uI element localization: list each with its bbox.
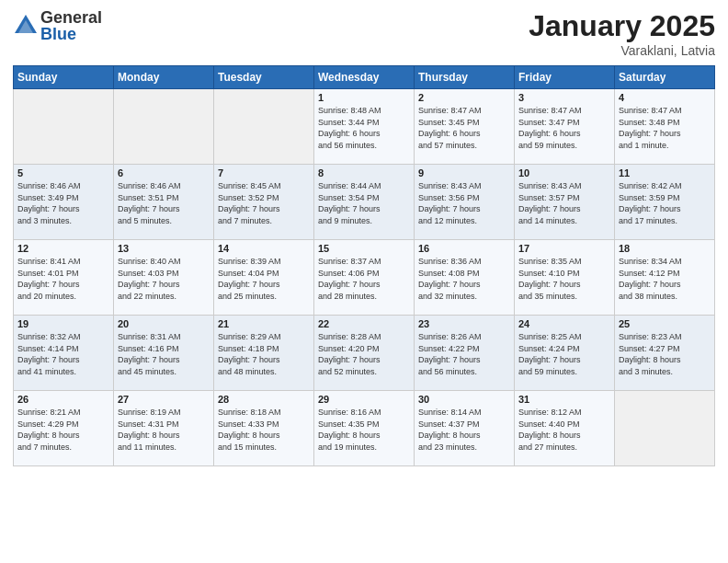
- calendar-cell: 31Sunrise: 8:12 AM Sunset: 4:40 PM Dayli…: [515, 391, 615, 466]
- day-number: 24: [518, 318, 610, 329]
- calendar-cell: 28Sunrise: 8:18 AM Sunset: 4:33 PM Dayli…: [214, 391, 314, 466]
- calendar-cell: 12Sunrise: 8:41 AM Sunset: 4:01 PM Dayli…: [14, 240, 114, 316]
- day-number: 4: [619, 92, 711, 103]
- calendar-cell: 3Sunrise: 8:47 AM Sunset: 3:47 PM Daylig…: [515, 89, 615, 165]
- day-info: Sunrise: 8:37 AM Sunset: 4:06 PM Dayligh…: [318, 256, 410, 302]
- calendar-cell: 13Sunrise: 8:40 AM Sunset: 4:03 PM Dayli…: [114, 240, 214, 316]
- calendar-cell: 20Sunrise: 8:31 AM Sunset: 4:16 PM Dayli…: [114, 316, 214, 391]
- weekday-header: Tuesday: [214, 66, 314, 89]
- day-info: Sunrise: 8:46 AM Sunset: 3:49 PM Dayligh…: [17, 180, 109, 226]
- day-number: 3: [518, 92, 610, 103]
- calendar-cell: 4Sunrise: 8:47 AM Sunset: 3:48 PM Daylig…: [615, 89, 715, 165]
- weekday-header: Saturday: [615, 66, 715, 89]
- day-number: 29: [318, 394, 410, 405]
- calendar-cell: 14Sunrise: 8:39 AM Sunset: 4:04 PM Dayli…: [214, 240, 314, 316]
- logo-icon: [13, 13, 39, 39]
- calendar-cell: 1Sunrise: 8:48 AM Sunset: 3:44 PM Daylig…: [314, 89, 415, 165]
- day-info: Sunrise: 8:35 AM Sunset: 4:10 PM Dayligh…: [518, 256, 610, 302]
- day-info: Sunrise: 8:18 AM Sunset: 4:33 PM Dayligh…: [218, 407, 310, 453]
- day-info: Sunrise: 8:47 AM Sunset: 3:48 PM Dayligh…: [619, 105, 711, 151]
- day-number: 7: [218, 167, 310, 178]
- calendar-cell: 17Sunrise: 8:35 AM Sunset: 4:10 PM Dayli…: [515, 240, 615, 316]
- day-number: 23: [418, 318, 510, 329]
- calendar-cell: 21Sunrise: 8:29 AM Sunset: 4:18 PM Dayli…: [214, 316, 314, 391]
- calendar-cell: 5Sunrise: 8:46 AM Sunset: 3:49 PM Daylig…: [14, 165, 114, 240]
- day-number: 12: [17, 243, 109, 254]
- day-info: Sunrise: 8:21 AM Sunset: 4:29 PM Dayligh…: [17, 407, 109, 453]
- day-number: 31: [518, 394, 610, 405]
- logo-text: General Blue: [40, 9, 102, 42]
- calendar-cell: [615, 391, 715, 466]
- day-number: 2: [418, 92, 510, 103]
- day-number: 16: [418, 243, 510, 254]
- calendar-cell: 25Sunrise: 8:23 AM Sunset: 4:27 PM Dayli…: [615, 316, 715, 391]
- title-block: January 2025 Varaklani, Latvia: [529, 9, 715, 58]
- day-info: Sunrise: 8:41 AM Sunset: 4:01 PM Dayligh…: [17, 256, 109, 302]
- calendar-cell: 22Sunrise: 8:28 AM Sunset: 4:20 PM Dayli…: [314, 316, 415, 391]
- weekday-header: Thursday: [415, 66, 515, 89]
- day-info: Sunrise: 8:46 AM Sunset: 3:51 PM Dayligh…: [118, 180, 210, 226]
- day-number: 20: [118, 318, 210, 329]
- day-number: 30: [418, 394, 510, 405]
- day-info: Sunrise: 8:16 AM Sunset: 4:35 PM Dayligh…: [318, 407, 410, 453]
- day-number: 25: [619, 318, 711, 329]
- calendar-week-row: 5Sunrise: 8:46 AM Sunset: 3:49 PM Daylig…: [14, 165, 715, 240]
- day-info: Sunrise: 8:39 AM Sunset: 4:04 PM Dayligh…: [218, 256, 310, 302]
- calendar-title: January 2025: [529, 9, 715, 43]
- calendar-cell: 7Sunrise: 8:45 AM Sunset: 3:52 PM Daylig…: [214, 165, 314, 240]
- day-info: Sunrise: 8:23 AM Sunset: 4:27 PM Dayligh…: [619, 331, 711, 377]
- day-info: Sunrise: 8:42 AM Sunset: 3:59 PM Dayligh…: [619, 180, 711, 226]
- calendar-cell: 24Sunrise: 8:25 AM Sunset: 4:24 PM Dayli…: [515, 316, 615, 391]
- calendar-cell: 11Sunrise: 8:42 AM Sunset: 3:59 PM Dayli…: [615, 165, 715, 240]
- calendar-week-row: 26Sunrise: 8:21 AM Sunset: 4:29 PM Dayli…: [14, 391, 715, 466]
- header-row: SundayMondayTuesdayWednesdayThursdayFrid…: [14, 66, 715, 89]
- calendar-cell: 19Sunrise: 8:32 AM Sunset: 4:14 PM Dayli…: [14, 316, 114, 391]
- day-number: 10: [518, 167, 610, 178]
- calendar-cell: [14, 89, 114, 165]
- day-info: Sunrise: 8:43 AM Sunset: 3:56 PM Dayligh…: [418, 180, 510, 226]
- day-info: Sunrise: 8:12 AM Sunset: 4:40 PM Dayligh…: [518, 407, 610, 453]
- day-info: Sunrise: 8:19 AM Sunset: 4:31 PM Dayligh…: [118, 407, 210, 453]
- day-number: 19: [17, 318, 109, 329]
- day-number: 13: [118, 243, 210, 254]
- day-number: 17: [518, 243, 610, 254]
- day-info: Sunrise: 8:25 AM Sunset: 4:24 PM Dayligh…: [518, 331, 610, 377]
- calendar-cell: 16Sunrise: 8:36 AM Sunset: 4:08 PM Dayli…: [415, 240, 515, 316]
- day-info: Sunrise: 8:48 AM Sunset: 3:44 PM Dayligh…: [318, 105, 410, 151]
- logo: General Blue: [13, 9, 102, 42]
- day-info: Sunrise: 8:34 AM Sunset: 4:12 PM Dayligh…: [619, 256, 711, 302]
- calendar-cell: 9Sunrise: 8:43 AM Sunset: 3:56 PM Daylig…: [415, 165, 515, 240]
- calendar-cell: [214, 89, 314, 165]
- day-info: Sunrise: 8:28 AM Sunset: 4:20 PM Dayligh…: [318, 331, 410, 377]
- day-number: 18: [619, 243, 711, 254]
- calendar-cell: 26Sunrise: 8:21 AM Sunset: 4:29 PM Dayli…: [14, 391, 114, 466]
- day-number: 27: [118, 394, 210, 405]
- weekday-header: Monday: [114, 66, 214, 89]
- day-info: Sunrise: 8:44 AM Sunset: 3:54 PM Dayligh…: [318, 180, 410, 226]
- calendar-cell: 27Sunrise: 8:19 AM Sunset: 4:31 PM Dayli…: [114, 391, 214, 466]
- calendar-cell: 23Sunrise: 8:26 AM Sunset: 4:22 PM Dayli…: [415, 316, 515, 391]
- logo-general: General: [40, 9, 102, 26]
- weekday-header: Wednesday: [314, 66, 415, 89]
- day-number: 28: [218, 394, 310, 405]
- day-info: Sunrise: 8:31 AM Sunset: 4:16 PM Dayligh…: [118, 331, 210, 377]
- day-info: Sunrise: 8:40 AM Sunset: 4:03 PM Dayligh…: [118, 256, 210, 302]
- calendar-subtitle: Varaklani, Latvia: [529, 43, 715, 58]
- calendar-cell: 2Sunrise: 8:47 AM Sunset: 3:45 PM Daylig…: [415, 89, 515, 165]
- day-info: Sunrise: 8:43 AM Sunset: 3:57 PM Dayligh…: [518, 180, 610, 226]
- calendar-cell: 10Sunrise: 8:43 AM Sunset: 3:57 PM Dayli…: [515, 165, 615, 240]
- calendar-cell: 29Sunrise: 8:16 AM Sunset: 4:35 PM Dayli…: [314, 391, 415, 466]
- day-number: 6: [118, 167, 210, 178]
- day-info: Sunrise: 8:47 AM Sunset: 3:47 PM Dayligh…: [518, 105, 610, 151]
- page-header: General Blue January 2025 Varaklani, Lat…: [13, 9, 715, 58]
- calendar-table: SundayMondayTuesdayWednesdayThursdayFrid…: [13, 65, 715, 466]
- weekday-header: Sunday: [14, 66, 114, 89]
- calendar-cell: [114, 89, 214, 165]
- day-number: 15: [318, 243, 410, 254]
- day-number: 11: [619, 167, 711, 178]
- calendar-cell: 6Sunrise: 8:46 AM Sunset: 3:51 PM Daylig…: [114, 165, 214, 240]
- day-info: Sunrise: 8:29 AM Sunset: 4:18 PM Dayligh…: [218, 331, 310, 377]
- calendar-week-row: 12Sunrise: 8:41 AM Sunset: 4:01 PM Dayli…: [14, 240, 715, 316]
- weekday-header: Friday: [515, 66, 615, 89]
- day-number: 1: [318, 92, 410, 103]
